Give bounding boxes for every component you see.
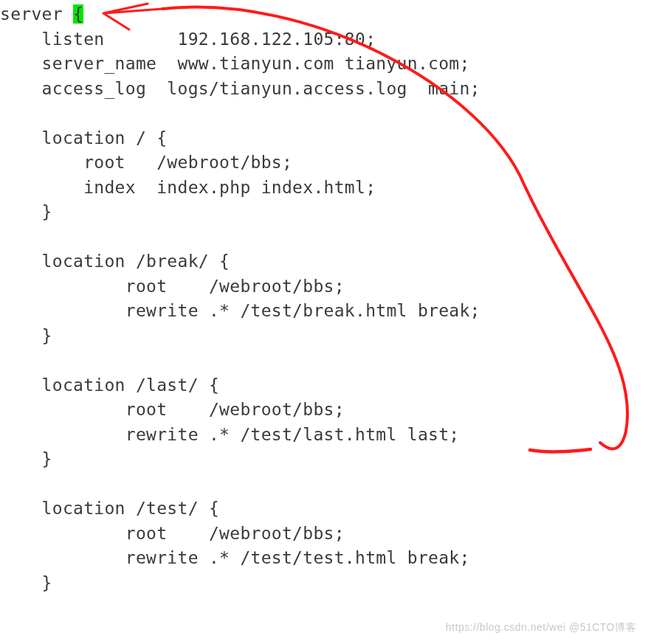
code-line-21: root /webroot/bbs; — [0, 524, 345, 543]
watermark: https://blog.csdn.net/wei @51CTO博客 — [446, 615, 636, 640]
code-line-17: rewrite .* /test/last.html last; — [0, 425, 459, 444]
code-line-6: root /webroot/bbs; — [0, 153, 292, 172]
code-line-2: server_name www.tianyun.com tianyun.com; — [0, 54, 470, 73]
code-line-13: } — [0, 326, 52, 345]
code-line-11: root /webroot/bbs; — [0, 277, 345, 296]
code-line-10: location /break/ { — [0, 252, 230, 271]
code-line-1: listen 192.168.122.105:80; — [0, 30, 376, 49]
code-line-0: server { — [0, 4, 83, 24]
nginx-config-code: server { listen 192.168.122.105:80; serv… — [0, 2, 480, 595]
highlighted-brace: { — [73, 4, 83, 24]
code-line-12: rewrite .* /test/break.html break; — [0, 301, 480, 320]
code-line-7: index index.php index.html; — [0, 178, 376, 197]
code-line-18: } — [0, 449, 52, 468]
code-text: server — [0, 4, 73, 24]
code-line-22: rewrite .* /test/test.html break; — [0, 548, 470, 567]
code-line-16: root /webroot/bbs; — [0, 400, 345, 419]
code-line-8: } — [0, 202, 52, 221]
code-line-5: location / { — [0, 128, 167, 148]
code-line-3: access_log logs/tianyun.access.log main; — [0, 79, 480, 98]
code-line-23: } — [0, 573, 52, 592]
underline-last — [530, 449, 590, 451]
code-line-15: location /last/ { — [0, 375, 219, 395]
code-line-20: location /test/ { — [0, 499, 219, 518]
